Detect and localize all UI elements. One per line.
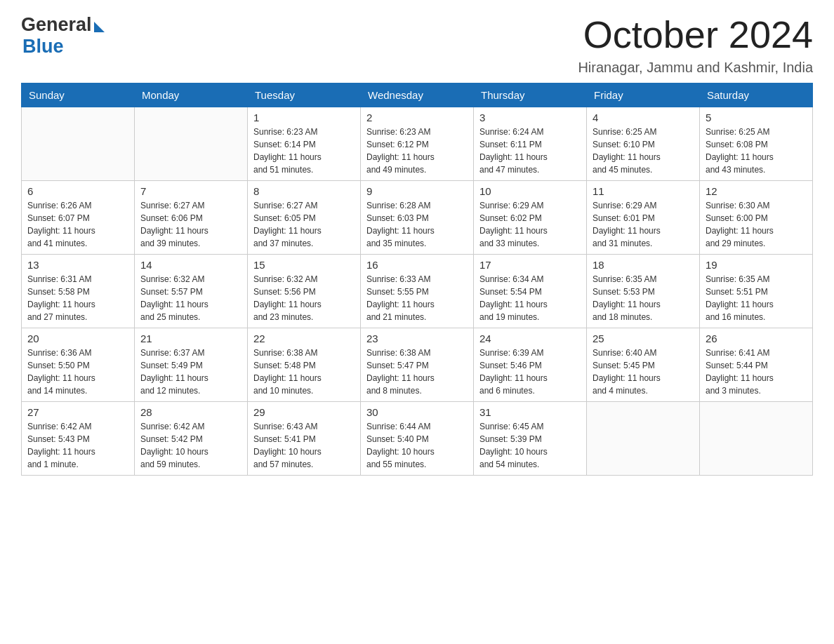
- day-info: Sunrise: 6:36 AM Sunset: 5:50 PM Dayligh…: [27, 347, 128, 397]
- calendar-cell: 9Sunrise: 6:28 AM Sunset: 6:03 PM Daylig…: [361, 181, 474, 255]
- day-info: Sunrise: 6:38 AM Sunset: 5:48 PM Dayligh…: [253, 347, 355, 397]
- calendar-cell: 4Sunrise: 6:25 AM Sunset: 6:10 PM Daylig…: [587, 107, 700, 181]
- day-number: 8: [253, 185, 355, 197]
- calendar-cell: 10Sunrise: 6:29 AM Sunset: 6:02 PM Dayli…: [474, 181, 587, 255]
- day-info: Sunrise: 6:24 AM Sunset: 6:11 PM Dayligh…: [479, 126, 581, 176]
- calendar-week-5: 27Sunrise: 6:42 AM Sunset: 5:43 PM Dayli…: [22, 402, 813, 476]
- day-number: 15: [253, 259, 355, 271]
- calendar-cell: [700, 402, 813, 476]
- day-number: 9: [366, 185, 468, 197]
- day-number: 24: [479, 333, 581, 344]
- day-info: Sunrise: 6:39 AM Sunset: 5:46 PM Dayligh…: [479, 347, 581, 397]
- day-info: Sunrise: 6:41 AM Sunset: 5:44 PM Dayligh…: [706, 347, 807, 397]
- day-info: Sunrise: 6:43 AM Sunset: 5:41 PM Dayligh…: [253, 420, 355, 471]
- day-info: Sunrise: 6:25 AM Sunset: 6:08 PM Dayligh…: [706, 126, 807, 176]
- calendar-cell: 28Sunrise: 6:42 AM Sunset: 5:42 PM Dayli…: [135, 402, 248, 476]
- day-info: Sunrise: 6:38 AM Sunset: 5:47 PM Dayligh…: [366, 347, 468, 397]
- calendar-week-3: 13Sunrise: 6:31 AM Sunset: 5:58 PM Dayli…: [22, 255, 813, 328]
- calendar-cell: 25Sunrise: 6:40 AM Sunset: 5:45 PM Dayli…: [587, 328, 700, 402]
- calendar-cell: 18Sunrise: 6:35 AM Sunset: 5:53 PM Dayli…: [587, 255, 700, 328]
- calendar-cell: 5Sunrise: 6:25 AM Sunset: 6:08 PM Daylig…: [700, 107, 813, 181]
- calendar-cell: 17Sunrise: 6:34 AM Sunset: 5:54 PM Dayli…: [474, 255, 587, 328]
- calendar-cell: 13Sunrise: 6:31 AM Sunset: 5:58 PM Dayli…: [22, 255, 135, 328]
- day-number: 16: [366, 259, 468, 271]
- day-info: Sunrise: 6:23 AM Sunset: 6:14 PM Dayligh…: [253, 126, 355, 176]
- day-number: 22: [253, 333, 355, 344]
- calendar-cell: 6Sunrise: 6:26 AM Sunset: 6:07 PM Daylig…: [22, 181, 135, 255]
- calendar-table: SundayMondayTuesdayWednesdayThursdayFrid…: [21, 83, 813, 476]
- day-number: 28: [140, 406, 241, 418]
- day-info: Sunrise: 6:42 AM Sunset: 5:42 PM Dayligh…: [140, 420, 241, 471]
- day-info: Sunrise: 6:31 AM Sunset: 5:58 PM Dayligh…: [27, 273, 128, 323]
- day-info: Sunrise: 6:45 AM Sunset: 5:39 PM Dayligh…: [479, 420, 581, 471]
- day-info: Sunrise: 6:30 AM Sunset: 6:00 PM Dayligh…: [706, 199, 807, 250]
- day-number: 19: [706, 259, 807, 271]
- calendar-cell: 21Sunrise: 6:37 AM Sunset: 5:49 PM Dayli…: [135, 328, 248, 402]
- day-number: 2: [366, 112, 468, 123]
- logo-general-text: General: [21, 14, 92, 36]
- day-info: Sunrise: 6:42 AM Sunset: 5:43 PM Dayligh…: [27, 420, 128, 471]
- day-number: 12: [706, 185, 807, 197]
- day-number: 25: [593, 333, 694, 344]
- calendar-cell: 7Sunrise: 6:27 AM Sunset: 6:06 PM Daylig…: [135, 181, 248, 255]
- day-info: Sunrise: 6:26 AM Sunset: 6:07 PM Dayligh…: [27, 199, 128, 250]
- day-info: Sunrise: 6:29 AM Sunset: 6:01 PM Dayligh…: [593, 199, 694, 250]
- calendar-cell: 24Sunrise: 6:39 AM Sunset: 5:46 PM Dayli…: [474, 328, 587, 402]
- calendar-cell: 11Sunrise: 6:29 AM Sunset: 6:01 PM Dayli…: [587, 181, 700, 255]
- day-number: 17: [479, 259, 581, 271]
- calendar-cell: 16Sunrise: 6:33 AM Sunset: 5:55 PM Dayli…: [361, 255, 474, 328]
- calendar-cell: 27Sunrise: 6:42 AM Sunset: 5:43 PM Dayli…: [22, 402, 135, 476]
- day-number: 3: [479, 112, 581, 123]
- day-info: Sunrise: 6:27 AM Sunset: 6:05 PM Dayligh…: [253, 199, 355, 250]
- day-number: 11: [593, 185, 694, 197]
- calendar-cell: 3Sunrise: 6:24 AM Sunset: 6:11 PM Daylig…: [474, 107, 587, 181]
- day-info: Sunrise: 6:27 AM Sunset: 6:06 PM Dayligh…: [140, 199, 241, 250]
- calendar-cell: [135, 107, 248, 181]
- calendar-cell: 19Sunrise: 6:35 AM Sunset: 5:51 PM Dayli…: [700, 255, 813, 328]
- day-info: Sunrise: 6:40 AM Sunset: 5:45 PM Dayligh…: [593, 347, 694, 397]
- calendar-header-saturday: Saturday: [700, 83, 813, 107]
- calendar-cell: 29Sunrise: 6:43 AM Sunset: 5:41 PM Dayli…: [248, 402, 361, 476]
- page-header: General Blue October 2024 Hiranagar, Jam…: [21, 14, 813, 76]
- calendar-cell: 23Sunrise: 6:38 AM Sunset: 5:47 PM Dayli…: [361, 328, 474, 402]
- day-info: Sunrise: 6:35 AM Sunset: 5:53 PM Dayligh…: [593, 273, 694, 323]
- day-number: 10: [479, 185, 581, 197]
- month-year-title: October 2024: [578, 14, 813, 55]
- day-info: Sunrise: 6:37 AM Sunset: 5:49 PM Dayligh…: [140, 347, 241, 397]
- calendar-cell: 22Sunrise: 6:38 AM Sunset: 5:48 PM Dayli…: [248, 328, 361, 402]
- calendar-cell: 20Sunrise: 6:36 AM Sunset: 5:50 PM Dayli…: [22, 328, 135, 402]
- day-number: 26: [706, 333, 807, 344]
- logo: General Blue: [21, 14, 105, 58]
- day-info: Sunrise: 6:33 AM Sunset: 5:55 PM Dayligh…: [366, 273, 468, 323]
- calendar-cell: 30Sunrise: 6:44 AM Sunset: 5:40 PM Dayli…: [361, 402, 474, 476]
- day-number: 7: [140, 185, 241, 197]
- calendar-header-thursday: Thursday: [474, 83, 587, 107]
- calendar-cell: [587, 402, 700, 476]
- day-number: 20: [27, 333, 128, 344]
- calendar-cell: 12Sunrise: 6:30 AM Sunset: 6:00 PM Dayli…: [700, 181, 813, 255]
- day-number: 5: [706, 112, 807, 123]
- calendar-header-tuesday: Tuesday: [248, 83, 361, 107]
- title-section: October 2024 Hiranagar, Jammu and Kashmi…: [578, 14, 813, 76]
- calendar-cell: 14Sunrise: 6:32 AM Sunset: 5:57 PM Dayli…: [135, 255, 248, 328]
- calendar-header-sunday: Sunday: [22, 83, 135, 107]
- day-info: Sunrise: 6:32 AM Sunset: 5:56 PM Dayligh…: [253, 273, 355, 323]
- day-number: 30: [366, 406, 468, 418]
- calendar-cell: 15Sunrise: 6:32 AM Sunset: 5:56 PM Dayli…: [248, 255, 361, 328]
- day-info: Sunrise: 6:25 AM Sunset: 6:10 PM Dayligh…: [593, 126, 694, 176]
- day-info: Sunrise: 6:28 AM Sunset: 6:03 PM Dayligh…: [366, 199, 468, 250]
- day-info: Sunrise: 6:44 AM Sunset: 5:40 PM Dayligh…: [366, 420, 468, 471]
- calendar-cell: 1Sunrise: 6:23 AM Sunset: 6:14 PM Daylig…: [248, 107, 361, 181]
- location-subtitle: Hiranagar, Jammu and Kashmir, India: [578, 60, 813, 76]
- day-number: 18: [593, 259, 694, 271]
- calendar-cell: 8Sunrise: 6:27 AM Sunset: 6:05 PM Daylig…: [248, 181, 361, 255]
- day-info: Sunrise: 6:32 AM Sunset: 5:57 PM Dayligh…: [140, 273, 241, 323]
- day-number: 29: [253, 406, 355, 418]
- calendar-week-2: 6Sunrise: 6:26 AM Sunset: 6:07 PM Daylig…: [22, 181, 813, 255]
- calendar-header-wednesday: Wednesday: [361, 83, 474, 107]
- calendar-cell: [22, 107, 135, 181]
- logo-triangle-icon: [94, 22, 105, 32]
- calendar-cell: 2Sunrise: 6:23 AM Sunset: 6:12 PM Daylig…: [361, 107, 474, 181]
- calendar-cell: 26Sunrise: 6:41 AM Sunset: 5:44 PM Dayli…: [700, 328, 813, 402]
- calendar-week-1: 1Sunrise: 6:23 AM Sunset: 6:14 PM Daylig…: [22, 107, 813, 181]
